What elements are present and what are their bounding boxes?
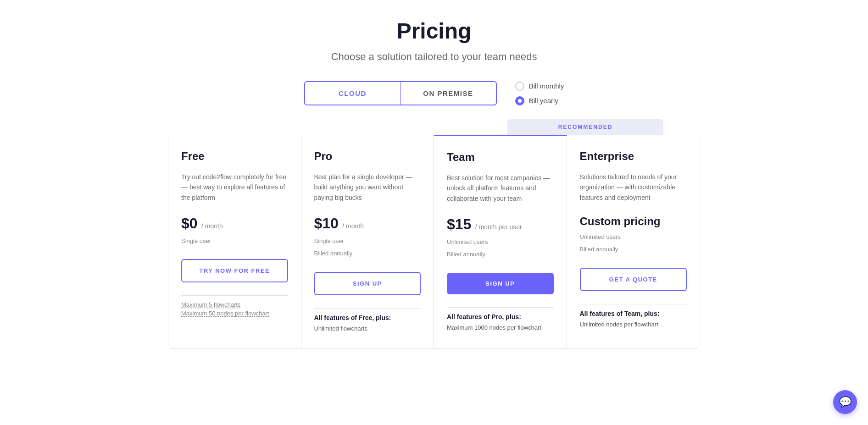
chat-icon: 💬 [839,397,851,407]
feature-enterprise-1: Unlimited nodes per flowchart [580,321,687,328]
bill-yearly-radio[interactable] [515,96,524,105]
bill-monthly-label: Bill monthly [529,82,564,90]
recommended-banner-row: RECOMMENDED [168,119,700,135]
plan-user-info-free: Single user [181,236,288,246]
plan-cta-team: SIGN UP [447,273,554,294]
sign-up-pro-button[interactable]: SIGN UP [314,272,421,295]
price-period-free: / month [201,222,223,230]
get-quote-button[interactable]: GET A QUOTE [580,268,687,291]
price-period-team: / month per user [475,223,522,231]
feature-free-1: Maximum 5 flowcharts [181,301,288,308]
features-header-team: All features of Pro, plus: [447,313,554,320]
divider-team [447,307,554,308]
divider-enterprise [580,304,687,304]
billing-options: Bill monthly Bill yearly [515,82,564,105]
plan-user-info-pro-2: Billed annually [314,248,421,259]
plan-cta-pro: SIGN UP [314,272,421,295]
plan-card-pro: Pro Best plan for a single developer — b… [301,135,434,348]
plan-name-team: Team [447,151,554,164]
plan-cta-enterprise: GET A QUOTE [580,268,687,291]
price-amount-pro: $10 [314,215,339,232]
plan-card-enterprise: Enterprise Solutions tailored to needs o… [567,135,700,348]
plan-description-enterprise: Solutions tailored to needs of your orga… [580,172,687,204]
sign-up-team-button[interactable]: SIGN UP [447,273,554,294]
plan-card-free: Free Try out code2flow completely for fr… [168,135,301,348]
chat-bubble[interactable]: 💬 [833,390,857,414]
plan-user-info-enterprise-2: Billed annually [580,244,687,254]
on-premise-tab[interactable]: ON PREMISE [401,82,496,105]
feature-team-1: Maximum 1000 nodes per flowchart [447,324,554,331]
bill-monthly-radio[interactable] [515,82,524,91]
divider-pro [314,308,421,309]
features-header-enterprise: All features of Team, plus: [580,310,687,317]
recommended-banner: RECOMMENDED [507,119,663,135]
plan-cta-free: TRY NOW FOR FREE [181,259,288,282]
plans-grid: Free Try out code2flow completely for fr… [168,135,700,349]
bill-yearly-option[interactable]: Bill yearly [515,96,564,105]
cloud-tab[interactable]: CLOUD [305,82,401,105]
plan-description-pro: Best plan for a single developer — build… [314,172,421,204]
try-now-button[interactable]: TRY NOW FOR FREE [181,259,288,282]
price-custom-enterprise: Custom pricing [580,215,687,228]
price-amount-free: $0 [181,215,198,232]
bill-yearly-label: Bill yearly [529,97,558,105]
plan-type-toggle: CLOUD ON PREMISE [304,81,497,105]
plan-user-info-enterprise-1: Unlimited users [580,232,687,242]
plan-card-team: Team Best solution for most companies — … [434,135,567,348]
plan-price-free: $0 / month [181,215,288,232]
toggle-billing-section: CLOUD ON PREMISE Bill monthly Bill yearl… [168,81,700,105]
plan-description-team: Best solution for most companies — unloc… [447,173,554,205]
plan-description-free: Try out code2flow completely for free — … [181,172,288,204]
plan-name-pro: Pro [314,150,421,163]
feature-pro-1: Unlimited flowcharts [314,325,421,332]
plan-user-info-team-1: Unlimited users [447,237,554,247]
features-header-pro: All features of Free, plus: [314,314,421,321]
plan-user-info-pro-1: Single user [314,236,421,246]
feature-free-2: Maximum 50 nodes per flowchart [181,310,288,317]
price-amount-team: $15 [447,216,471,232]
plan-name-free: Free [181,150,288,163]
price-period-pro: / month [342,222,364,230]
plan-price-pro: $10 / month [314,215,421,232]
page-title: Pricing [168,18,700,44]
bill-monthly-option[interactable]: Bill monthly [515,82,564,91]
plan-user-info-team-2: Billed annually [447,249,554,259]
divider-free [181,295,288,296]
page-subtitle: Choose a solution tailored to your team … [168,51,700,63]
plan-price-team: $15 / month per user [447,216,554,233]
plan-name-enterprise: Enterprise [580,150,687,163]
